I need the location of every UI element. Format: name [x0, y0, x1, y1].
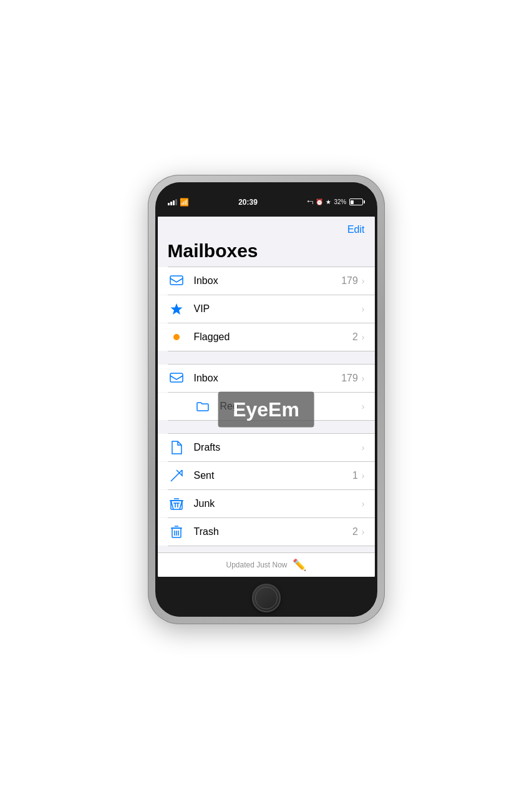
- flagged-chevron: ›: [362, 332, 365, 342]
- vip-chevron: ›: [362, 304, 365, 314]
- junk-label: Junk: [194, 498, 362, 509]
- status-left: 📶: [168, 198, 189, 207]
- alarm-icon: ⏰: [316, 199, 323, 205]
- sent-count: 1: [352, 470, 358, 481]
- sent-item[interactable]: Sent 1 ›: [158, 462, 375, 489]
- inbox-item[interactable]: Inbox 179 ›: [158, 267, 375, 295]
- inbox-chevron: ›: [362, 276, 365, 286]
- inbox-count: 179: [341, 275, 358, 287]
- inbox2-item[interactable]: Inbox 179 ›: [158, 365, 375, 392]
- footer-bar: Updated Just Now ✏️: [158, 552, 375, 577]
- trash-count: 2: [352, 526, 358, 537]
- flagged-label: Flagged: [194, 331, 352, 343]
- bluetooth-icon: ★: [326, 199, 331, 205]
- bar1: [168, 203, 170, 205]
- bar2: [170, 202, 172, 205]
- reg-item[interactable]: Reg ›: [158, 393, 375, 420]
- trash-chevron: ›: [362, 527, 365, 537]
- inbox2-icon: [168, 371, 185, 385]
- edit-button[interactable]: Edit: [347, 224, 365, 235]
- trash-label: Trash: [194, 526, 352, 537]
- inbox2-label: Inbox: [194, 373, 342, 384]
- junk-icon: [168, 497, 185, 511]
- trash-item[interactable]: Trash 2 ›: [158, 518, 375, 546]
- reg-chevron: ›: [362, 401, 365, 411]
- phone-screen: Edit Mailboxes: [158, 217, 375, 577]
- group-sep1: [158, 351, 375, 364]
- drafts-item[interactable]: Drafts ›: [158, 434, 375, 461]
- status-time: 20:39: [238, 198, 258, 207]
- sent-icon: [168, 469, 185, 483]
- sent-label: Sent: [194, 470, 352, 481]
- footer-status: Updated Just Now: [226, 561, 287, 569]
- trash-icon: [168, 525, 185, 539]
- home-button[interactable]: [252, 584, 281, 612]
- status-right: ⮢ ⏰ ★ 32%: [307, 199, 364, 205]
- nav-header: Edit: [158, 217, 375, 240]
- battery-percent: 32%: [334, 199, 346, 205]
- bottom-bar: [158, 579, 375, 617]
- drafts-icon: [168, 441, 185, 454]
- inbox2-count: 179: [341, 373, 358, 384]
- group-sep2: [158, 421, 375, 433]
- svg-point-2: [173, 334, 180, 340]
- drafts-label: Drafts: [194, 442, 362, 453]
- vip-label: VIP: [194, 303, 362, 315]
- wifi-icon: 📶: [180, 198, 189, 207]
- bar3: [173, 200, 175, 205]
- inbox-label: Inbox: [194, 275, 342, 287]
- bar4: [175, 199, 177, 205]
- vip-icon: [168, 302, 185, 316]
- location-icon: ⮢: [307, 199, 313, 205]
- flag-icon: [168, 330, 185, 344]
- svg-line-4: [171, 470, 182, 481]
- junk-item[interactable]: Junk ›: [158, 490, 375, 517]
- folder-icon: [194, 400, 211, 413]
- screen-content: Edit Mailboxes: [158, 217, 375, 577]
- flagged-item[interactable]: Flagged 2 ›: [158, 323, 375, 351]
- page-title: Mailboxes: [158, 240, 375, 267]
- phone-device: 📶 20:39 ⮢ ⏰ ★ 32%: [148, 175, 385, 624]
- svg-rect-0: [170, 276, 183, 285]
- flagged-count: 2: [352, 331, 358, 343]
- battery-icon: [349, 199, 365, 205]
- compose-icon[interactable]: ✏️: [293, 558, 306, 572]
- mailbox-list: Inbox 179 › VIP ›: [158, 267, 375, 552]
- phone-inner: 📶 20:39 ⮢ ⏰ ★ 32%: [155, 182, 377, 617]
- drafts-chevron: ›: [362, 443, 365, 453]
- inbox2-chevron: ›: [362, 373, 365, 383]
- junk-chevron: ›: [362, 499, 365, 509]
- home-button-inner: [255, 587, 278, 609]
- svg-rect-3: [170, 373, 183, 382]
- inbox-icon: [168, 274, 185, 288]
- status-bar: 📶 20:39 ⮢ ⏰ ★ 32%: [158, 182, 375, 217]
- reg-label: Reg: [220, 401, 362, 412]
- sep11: [168, 546, 375, 546]
- svg-marker-1: [170, 303, 182, 315]
- signal-bars: [168, 199, 177, 205]
- sent-chevron: ›: [362, 471, 365, 481]
- vip-item[interactable]: VIP ›: [158, 295, 375, 323]
